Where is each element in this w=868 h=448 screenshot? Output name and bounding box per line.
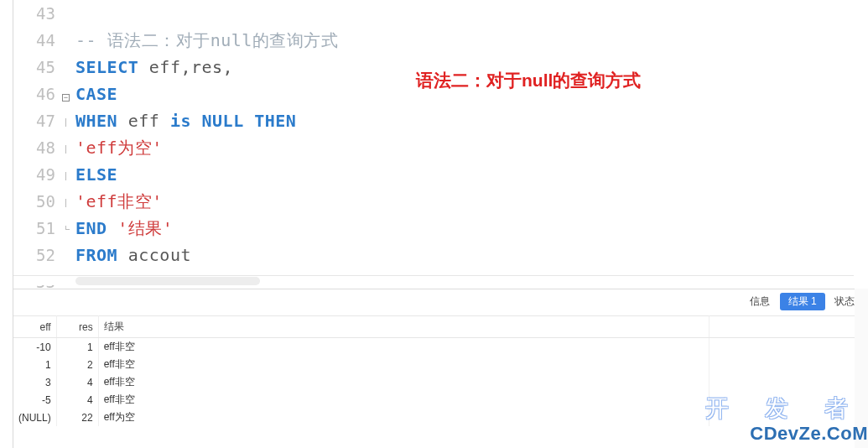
cell-eff[interactable]: -5: [13, 391, 56, 409]
fold-gutter: [62, 199, 74, 207]
tab-info[interactable]: 信息: [743, 293, 777, 310]
code-content[interactable]: END '结果': [74, 215, 173, 242]
column-header[interactable]: 结果: [98, 316, 709, 338]
cell-res[interactable]: 4: [56, 391, 98, 409]
table-row[interactable]: (NULL)22eff为空: [13, 409, 868, 426]
cell-eff[interactable]: (NULL): [13, 409, 56, 426]
cell-res[interactable]: 22: [56, 409, 98, 426]
line-number: 44: [13, 27, 62, 54]
fold-gutter: [62, 118, 74, 127]
column-header[interactable]: res: [56, 316, 98, 338]
line-number: 49: [13, 161, 62, 188]
code-line[interactable]: 52 FROM accout: [13, 242, 868, 268]
line-number: 45: [13, 54, 62, 81]
fold-collapse-icon[interactable]: −: [62, 94, 70, 102]
cell-eff[interactable]: 3: [13, 373, 56, 391]
code-content[interactable]: SELECT eff,res,: [74, 54, 233, 81]
table-row[interactable]: 12eff非空: [13, 356, 868, 373]
column-header[interactable]: eff: [13, 316, 56, 338]
fold-gutter: [62, 145, 74, 154]
result-tabs: 信息 结果 1 状态: [13, 289, 868, 315]
code-content[interactable]: 'eff非空': [74, 188, 163, 215]
code-line[interactable]: 49 ELSE: [13, 161, 868, 188]
cell-res[interactable]: 4: [56, 373, 98, 391]
code-line[interactable]: 43: [13, 0, 868, 27]
cell-result[interactable]: eff非空: [98, 373, 709, 391]
fold-gutter: [62, 226, 74, 234]
code-content[interactable]: 'eff为空': [74, 134, 163, 161]
fold-gutter: [62, 38, 74, 46]
code-line[interactable]: 47 WHEN eff is NULL THEN: [13, 107, 868, 134]
code-line[interactable]: 44-- 语法二：对于null的查询方式: [13, 27, 868, 54]
code-line[interactable]: 51END '结果': [13, 215, 868, 242]
fold-gutter[interactable]: −: [62, 84, 74, 102]
line-number: 47: [13, 107, 62, 134]
line-number: 51: [13, 215, 62, 242]
fold-gutter: [62, 65, 74, 73]
code-content[interactable]: ELSE: [74, 161, 117, 188]
table-row[interactable]: -101eff非空: [13, 338, 868, 357]
line-number: 52: [13, 242, 62, 268]
result-table[interactable]: effres结果 -101eff非空12eff非空34eff非空-54eff非空…: [13, 315, 868, 426]
line-number: 50: [13, 188, 62, 215]
cell-result[interactable]: eff为空: [98, 409, 709, 426]
line-number: 46: [13, 81, 62, 107]
table-row[interactable]: -54eff非空: [13, 391, 868, 409]
cell-result[interactable]: eff非空: [98, 356, 709, 373]
inline-annotation: 语法二：对于null的查询方式: [416, 69, 641, 92]
results-vertical-scrollbar[interactable]: [855, 289, 868, 448]
tab-result1[interactable]: 结果 1: [780, 293, 825, 310]
line-number: 43: [13, 0, 62, 27]
cell-result[interactable]: eff非空: [98, 338, 709, 357]
table-row[interactable]: 34eff非空: [13, 373, 868, 391]
code-content[interactable]: FROM accout: [74, 242, 191, 268]
code-content[interactable]: CASE: [74, 81, 117, 107]
cell-res[interactable]: 2: [56, 356, 98, 373]
cell-res[interactable]: 1: [56, 338, 98, 357]
code-line[interactable]: 48 'eff为空': [13, 134, 868, 161]
cell-result[interactable]: eff非空: [98, 391, 709, 409]
code-editor[interactable]: 4344-- 语法二：对于null的查询方式45SELECT eff,res,4…: [13, 0, 868, 289]
line-number: 48: [13, 134, 62, 161]
code-line[interactable]: 50 'eff非空': [13, 188, 868, 215]
cell-eff[interactable]: 1: [13, 356, 56, 373]
fold-gutter: [62, 253, 74, 261]
code-content[interactable]: -- 语法二：对于null的查询方式: [74, 27, 338, 54]
fold-gutter: [62, 11, 74, 19]
editor-horizontal-scrollbar[interactable]: [13, 275, 854, 287]
results-panel: 信息 结果 1 状态 effres结果 -101eff非空12eff非空34ef…: [13, 289, 868, 448]
code-content[interactable]: WHEN eff is NULL THEN: [74, 107, 296, 134]
window-left-rail: [0, 0, 13, 448]
cell-eff[interactable]: -10: [13, 338, 56, 357]
fold-gutter: [62, 172, 74, 180]
